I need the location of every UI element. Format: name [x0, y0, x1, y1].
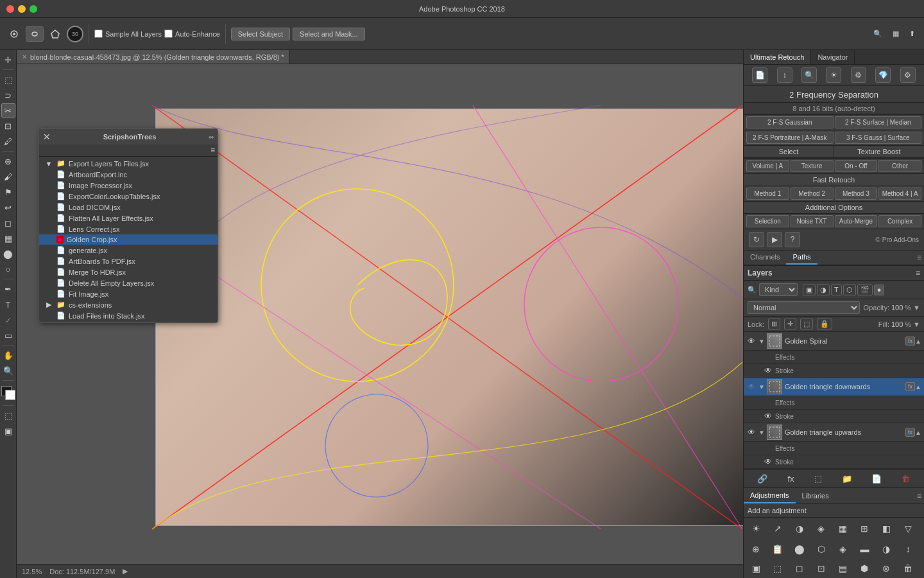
script-item[interactable]: 📄 ArtBoards To PDF.jsx	[39, 256, 218, 267]
ur-bottom-icon-3[interactable]: ?	[785, 232, 800, 247]
adj-posterize-btn[interactable]: ⬡	[813, 541, 830, 557]
auto-enhance-check[interactable]: Auto-Enhance	[164, 30, 220, 38]
filter-text-btn[interactable]: T	[831, 285, 842, 295]
layer-visibility[interactable]: 👁	[746, 336, 757, 346]
filter-adj-btn[interactable]: ◑	[817, 285, 830, 295]
adj-extra4-btn[interactable]: ⊡	[813, 560, 830, 577]
quick-select-tool[interactable]: ✂	[1, 103, 15, 118]
script-item[interactable]: ▼ 📁 Export Layers To Files.jsx	[39, 158, 218, 169]
sample-layers-check[interactable]: Sample All Layers	[94, 30, 162, 38]
script-item[interactable]: 📄 Image Processor.jsx	[39, 180, 218, 191]
adj-hsl-btn[interactable]: ▦	[835, 520, 851, 537]
layer-item[interactable]: 👁 ▼ Golden triangle upwards fx ▲	[744, 423, 924, 442]
grid-btn[interactable]: ▦	[889, 27, 903, 40]
marquee-tool[interactable]: ⬚	[1, 73, 15, 87]
delete-layer-btn[interactable]: 🗑	[899, 473, 912, 485]
adj-threshold-btn[interactable]: ◈	[835, 541, 851, 557]
lock-all-btn[interactable]: 🔒	[817, 319, 832, 329]
new-group-btn[interactable]: 📁	[839, 473, 855, 485]
auto-enhance-checkbox[interactable]	[164, 30, 173, 38]
script-item[interactable]: 📄 Fit Image.jsx	[39, 288, 218, 299]
script-item[interactable]: 📄 generate.jsx	[39, 245, 218, 256]
btn-auto-merge[interactable]: Auto-Merge	[835, 215, 878, 227]
blend-mode-select[interactable]: Normal Multiply	[748, 301, 860, 314]
select-subject-btn[interactable]: Select Subject	[231, 28, 290, 40]
zoom-tool[interactable]: 🔍	[1, 363, 15, 378]
color-swatches[interactable]	[1, 386, 15, 400]
history-brush-tool[interactable]: ↩	[1, 200, 15, 215]
eraser-tool[interactable]: ◻	[1, 216, 15, 230]
blur-tool[interactable]: ⬤	[1, 247, 15, 261]
script-item[interactable]: ■ Golden Crop.jsx	[39, 234, 218, 245]
filter-smart-btn[interactable]: 🎬	[857, 285, 873, 295]
pen-tool[interactable]: ✒	[1, 282, 15, 296]
btn-selection[interactable]: Selection	[746, 215, 789, 227]
layer-filter-select[interactable]: Kind Name	[759, 283, 798, 296]
ur-icon-7[interactable]: ⚙	[900, 67, 916, 83]
path-select-tool[interactable]: ⟋	[1, 313, 15, 327]
layers-menu-btn[interactable]: ≡	[916, 268, 920, 277]
adj-extra3-btn[interactable]: ◻	[791, 560, 808, 577]
lock-artboard-btn[interactable]: ⬚	[800, 319, 813, 329]
filter-pixel-btn[interactable]: ▣	[803, 285, 816, 295]
adj-bw-btn[interactable]: ◧	[878, 520, 894, 537]
move-tool[interactable]: ✛	[1, 53, 15, 67]
adj-colorlookup-btn[interactable]: 📋	[769, 541, 786, 557]
script-item[interactable]: 📄 ExportColorLookupTables.jsx	[39, 191, 218, 202]
canvas-tab[interactable]: ✕ blond-blonde-casual-458473.jpg @ 12.5%…	[17, 50, 290, 64]
script-item[interactable]: 📄 Flatten All Layer Effects.jsx	[39, 213, 218, 223]
libraries-tab[interactable]: Libraries	[796, 489, 835, 503]
brush-tool-btn[interactable]	[5, 26, 23, 42]
ur-icon-3[interactable]: 🔍	[801, 67, 817, 83]
ur-icon-4[interactable]: ☀	[826, 67, 841, 83]
shape-tool[interactable]: ▭	[1, 328, 15, 342]
screen-mode-btn[interactable]: ▣	[1, 424, 15, 438]
add-mask-btn[interactable]: ⬚	[812, 473, 825, 485]
btn-method3[interactable]: Method 3	[835, 188, 878, 200]
btn-method2[interactable]: Method 2	[791, 188, 834, 200]
ur-icon-5[interactable]: ⚙	[851, 67, 866, 83]
background-color[interactable]	[5, 390, 15, 400]
scripts-menu-button[interactable]: ≡	[210, 146, 215, 155]
adj-selective-btn[interactable]: ◑	[878, 541, 894, 557]
layer-visibility[interactable]: 👁	[746, 427, 757, 437]
script-item[interactable]: 📄 Load DICOM.jsx	[39, 202, 218, 213]
cp-menu-btn[interactable]: ≡	[917, 253, 921, 262]
adj-extra8-btn[interactable]: 🗑	[900, 560, 916, 577]
arrow-btn[interactable]: ▶	[123, 567, 128, 575]
btn-volume-a[interactable]: Volume | A	[746, 160, 789, 172]
opacity-value[interactable]: 100	[891, 304, 903, 311]
layer-fx-btn[interactable]: fx	[905, 428, 915, 437]
btn-method4[interactable]: Method 4 | A	[878, 188, 921, 200]
share-btn[interactable]: ⬆	[905, 27, 919, 40]
paths-tab[interactable]: Paths	[786, 250, 817, 265]
layer-visibility[interactable]: 👁	[746, 381, 757, 392]
adj-brightness-btn[interactable]: ☀	[748, 520, 764, 537]
btn-texture[interactable]: Texture	[791, 160, 834, 172]
lock-pixel-btn[interactable]: ⊞	[768, 319, 780, 329]
script-folder-item[interactable]: ▶ 📁 cs-extensions	[39, 299, 218, 310]
link-layers-btn[interactable]: 🔗	[755, 473, 770, 485]
ur-bottom-icon-2[interactable]: ▶	[767, 232, 782, 247]
layer-expand-icon[interactable]: ▼	[758, 383, 765, 390]
minimize-button[interactable]	[18, 5, 26, 13]
ur-icon-1[interactable]: 📄	[752, 67, 767, 83]
adj-levels-btn[interactable]: ↕	[900, 541, 916, 557]
btn-portraiture[interactable]: 2 F-S Portraiture | A-Mask	[746, 132, 834, 144]
filter-shape-btn[interactable]: ⬡	[843, 285, 856, 295]
add-style-btn[interactable]: fx	[785, 473, 796, 485]
script-item[interactable]: 📄 Lens Correct.jsx	[39, 223, 218, 234]
adj-invert-btn[interactable]: ⬤	[791, 541, 808, 557]
btn-gauss-surface[interactable]: 3 F-S Gauss | Surface	[835, 132, 922, 144]
scripts-titlebar[interactable]: ✕ ScripshonTrees ⇔	[39, 129, 218, 144]
btn-on-off[interactable]: On - Off	[835, 160, 878, 172]
text-tool[interactable]: T	[1, 297, 15, 311]
healing-brush-tool[interactable]: ⊕	[1, 154, 15, 168]
btn-noise-txt[interactable]: Noise TXT	[791, 215, 834, 227]
adjustments-tab[interactable]: Adjustments	[744, 488, 796, 504]
script-item[interactable]: 📄 Load Files into Stack.jsx	[39, 310, 218, 321]
lock-move-btn[interactable]: ✛	[784, 319, 796, 329]
navigator-tab[interactable]: Navigator	[811, 50, 855, 64]
adj-colorbalance-btn[interactable]: ⊞	[856, 520, 873, 537]
btn-other[interactable]: Other	[878, 160, 921, 172]
